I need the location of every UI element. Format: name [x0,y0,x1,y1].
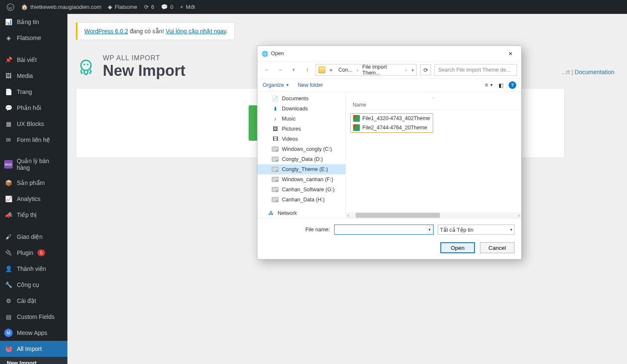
sidebar-item-dashboard[interactable]: 📊Bảng tin [0,14,67,30]
sidebar-item-settings[interactable]: ⚙Cài đặt [0,293,67,309]
open-button[interactable]: Open [440,242,475,253]
drive-icon [272,196,279,203]
search-input[interactable]: Search File import Theme de... [434,64,517,76]
submenu-new-import[interactable]: New Import [0,357,67,364]
up-button[interactable]: ↑ [302,65,312,75]
updates[interactable]: ⟳6 [141,0,158,14]
sidebar-item-woo[interactable]: wooQuản lý bán hàng [0,154,67,175]
new-folder-button[interactable]: New folder [298,82,323,88]
sidebar-item-media[interactable]: 🖼Media [0,68,67,84]
tree-drive-d[interactable]: Congty_Data (D:) [257,154,346,164]
horizontal-scrollbar[interactable]: ‹› [346,212,521,218]
file-name: File2_4744-4764_20Theme [362,125,427,131]
comments[interactable]: 💬0 [158,0,177,14]
woo-icon: woo [4,160,13,169]
wp-logo[interactable] [3,0,18,14]
tree-downloads[interactable]: ⬇Downloads [257,104,346,114]
sidebar-item-products[interactable]: 📦Sản phẩm [0,175,67,191]
analytics-icon: 📈 [4,195,13,203]
help-button[interactable]: ? [509,81,516,89]
file-open-dialog: 🌐Open ✕ ← → ▼ ↑ « Con...› File import Th… [257,46,522,260]
address-bar[interactable]: « Con...› File import Them...› ▾ [316,64,417,76]
file-row[interactable]: File2_4744-4764_20Theme [351,123,433,132]
sidebar-item-appearance[interactable]: 🖌Giao diện [0,229,67,245]
sidebar-item-feedback[interactable]: 💬Phản hồi [0,100,67,116]
breadcrumb-seg[interactable]: File import Them... [361,64,403,76]
flatsome-icon: ◆ [108,4,112,10]
sidebar-item-plugins[interactable]: 🔌Plugin5 [0,245,67,261]
sort-collapse[interactable]: ︿ [350,94,517,100]
recent-dropdown[interactable]: ▼ [289,65,299,75]
sidebar-label: Giao diện [17,233,43,240]
marketing-icon: 📣 [4,211,13,219]
sidebar-item-customfields[interactable]: ▤Custom Fields [0,309,67,325]
archive-icon [353,115,360,122]
file-type-filter[interactable]: Tất cả Tệp tin▾ [438,225,514,235]
sidebar-label: Phản hồi [17,104,41,111]
theme-link[interactable]: ◆Flatsome [104,0,140,14]
sidebar-item-marketing[interactable]: 📣Tiếp thị [0,207,67,223]
new-content[interactable]: +Mới [177,0,198,14]
forward-button[interactable]: → [275,65,285,75]
sidebar-item-posts[interactable]: 📌Bài viết [0,52,67,68]
tree-drive-f[interactable]: Windows_canhan (F:) [257,174,346,185]
meow-icon: M [4,329,13,337]
site-home[interactable]: 🏠thietkeweb.maugiaodien.com [18,0,104,14]
dialog-titlebar: 🌐Open ✕ [257,46,521,61]
tree-label: Documents [282,96,308,102]
tree-label: Videos [282,136,298,142]
tree-drive-h[interactable]: Canhan_Data (H:) [257,195,346,205]
sidebar-item-tools[interactable]: 🔧Công cụ [0,277,67,293]
sidebar-item-meow[interactable]: MMeow Apps [0,325,67,341]
view-mode-button[interactable]: ≡ ▼ [485,82,493,88]
sidebar-item-contactform[interactable]: ✉Form liên hệ [0,132,67,148]
chevron-down-icon[interactable]: ▾ [412,68,414,72]
filename-dropdown[interactable]: ▾ [426,225,433,234]
sidebar-item-uxblocks[interactable]: ▦UX Blocks [0,116,67,132]
breadcrumb-seg[interactable]: Con... [337,67,354,73]
comments-count: 0 [170,4,173,10]
sidebar-item-allimport[interactable]: 🐙All Import [0,341,67,357]
preview-pane-button[interactable]: ◧ [498,82,504,88]
tree-label: Congty_Theme (E:) [282,166,328,172]
dialog-body: 📄Documents ⬇Downloads ♪Music 🖼Pictures 🎞… [257,92,521,218]
breadcrumb-up[interactable]: « [328,67,334,73]
tree-label: Congty_Data (D:) [282,156,323,162]
brand-text: WP ALL IMPORT [103,54,185,62]
column-header-name[interactable]: Name [350,100,517,110]
sidebar-label: Custom Fields [17,313,54,320]
close-button[interactable]: ✕ [504,48,517,59]
drive-icon [272,166,279,173]
mail-icon: ✉ [4,136,13,144]
tree-documents[interactable]: 📄Documents [257,94,346,104]
organize-button[interactable]: Organize ▼ [263,82,289,88]
drive-icon [272,176,279,183]
cancel-button[interactable]: Cancel [480,242,514,253]
tree-drive-c[interactable]: Windows_congty (C:) [257,144,346,154]
tree-pictures[interactable]: 🖼Pictures [257,124,346,134]
back-button[interactable]: ← [262,65,272,75]
sidebar-item-users[interactable]: 👤Thành viên [0,261,67,277]
sidebar-label: Meow Apps [17,329,47,336]
file-row[interactable]: File1_4320-4743_402Theme [351,114,433,123]
documentation-link[interactable]: Documentation [575,69,614,75]
tree-drive-g[interactable]: Canhan_Software (G:) [257,185,346,195]
music-icon: ♪ [272,115,279,122]
file-name: File1_4320-4743_402Theme [362,115,430,121]
update-notice: WordPress 6.0.2 đang có sẵn! Vui lòng cậ… [76,22,235,40]
documents-icon: 📄 [272,95,279,102]
sidebar-label: All Import [17,345,42,352]
sidebar-item-analytics[interactable]: 📈Analytics [0,191,67,207]
sidebar-item-pages[interactable]: 📄Trang [0,84,67,100]
wp-version-link[interactable]: WordPress 6.0.2 [84,28,128,35]
refresh-button[interactable]: ⟳ [420,64,431,75]
support-link[interactable]: ...rt [561,69,570,75]
tree-videos[interactable]: 🎞Videos [257,134,346,144]
update-now-link[interactable]: Vui lòng cập nhật ngay [166,28,226,35]
filename-input[interactable] [334,225,434,235]
sidebar-item-flatsome[interactable]: ◈Flatsome [0,30,67,46]
tree-network[interactable]: 🖧Network [257,208,346,218]
comment-icon: 💬 [161,4,168,10]
tree-music[interactable]: ♪Music [257,114,346,124]
tree-drive-e[interactable]: Congty_Theme (E:) [257,164,346,174]
